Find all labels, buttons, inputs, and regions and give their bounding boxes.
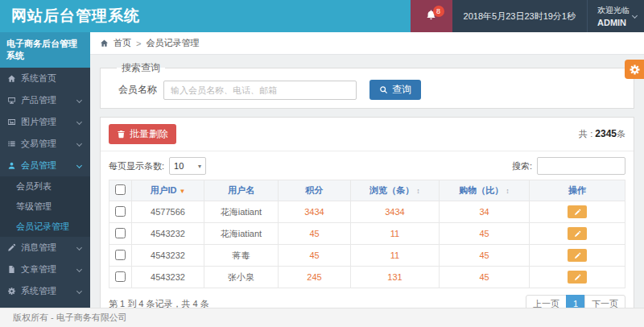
header-right: 8 2018年5月23日23时19分1秒 欢迎光临 ADMIN — [411, 0, 644, 32]
cell-shopping: 45 — [440, 267, 530, 288]
pencil-icon — [7, 243, 16, 252]
breadcrumb-separator: > — [136, 39, 141, 48]
chevron-down-icon — [632, 13, 638, 19]
cell-views: 131 — [351, 267, 440, 288]
chevron-down-icon — [76, 141, 82, 147]
list-icon — [7, 139, 16, 148]
sort-icon: ↕ — [506, 187, 510, 195]
total-value: 2345 — [595, 128, 617, 139]
table-search-input[interactable] — [537, 157, 625, 175]
gear-icon — [629, 64, 641, 76]
table-row: 4543232 张小泉 245 131 45 — [109, 267, 625, 288]
panel-toolbar: 批量删除 共 : 2345条 — [101, 118, 634, 151]
sidebar-item-products[interactable]: 产品管理 — [0, 89, 90, 111]
cell-username: 蒋毒 — [204, 245, 279, 267]
member-name-input[interactable] — [163, 81, 357, 100]
chevron-down-icon: ▾ — [198, 163, 201, 170]
sort-icon: ↕ — [416, 187, 420, 195]
column-header-points[interactable]: 积分 — [279, 180, 351, 201]
page-size-select[interactable]: 10 ▾ — [169, 157, 206, 175]
breadcrumb: 首页 > 会员记录管理 — [90, 32, 644, 55]
cell-shopping: 45 — [440, 223, 530, 245]
search-panel-title: 搜索查询 — [117, 61, 165, 75]
cell-views: 11 — [351, 223, 440, 245]
sidebar-item-system[interactable]: 系统管理 — [0, 280, 90, 302]
sidebar-subitem-member-records[interactable]: 会员记录管理 — [0, 217, 90, 237]
datetime-display: 2018年5月23日23时19分1秒 — [452, 0, 587, 32]
copyright-text: 版权所有 - 电子商务有限公司 — [13, 312, 127, 324]
edit-row-button[interactable] — [568, 227, 587, 240]
sort-desc-icon: ▼ — [180, 188, 186, 195]
members-submenu: 会员列表 等级管理 会员记录管理 — [0, 176, 90, 237]
page-1-button[interactable]: 1 — [566, 295, 585, 308]
pencil-icon — [574, 230, 581, 238]
cell-shopping: 45 — [440, 245, 530, 267]
chevron-down-icon — [76, 267, 82, 272]
cell-views: 11 — [351, 245, 440, 267]
column-header-shopping[interactable]: 购物（比）↕ — [440, 180, 530, 201]
sidebar-item-articles[interactable]: 文章管理 — [0, 259, 90, 280]
query-button[interactable]: 查询 — [369, 80, 421, 100]
column-header-user-id[interactable]: 用户ID▼ — [132, 180, 204, 201]
edit-row-button[interactable] — [568, 249, 587, 262]
pencil-icon — [574, 274, 581, 281]
sidebar-item-images[interactable]: 图片管理 — [0, 111, 90, 133]
batch-delete-button[interactable]: 批量删除 — [109, 124, 176, 144]
cell-user-id: 4543232 — [132, 223, 204, 245]
row-checkbox[interactable] — [115, 271, 126, 282]
cell-username: 花海iatiant — [204, 223, 279, 245]
cell-username: 张小泉 — [204, 267, 279, 288]
content: 搜索查询 会员名称 查询 批量删除 — [90, 55, 644, 308]
sidebar-item-messages[interactable]: 消息管理 — [0, 237, 90, 259]
main-area: 首页 > 会员记录管理 搜索查询 会员名称 查询 — [90, 32, 644, 308]
user-menu[interactable]: 欢迎光临 ADMIN — [587, 0, 644, 32]
prev-page-button[interactable]: 上一页 — [526, 295, 567, 308]
notification-badge: 8 — [433, 6, 444, 17]
top-header: 网站后台管理系统 8 2018年5月23日23时19分1秒 欢迎光临 ADMIN — [0, 0, 644, 32]
table-controls: 每页显示条数: 10 ▾ 搜索: — [101, 151, 634, 180]
pagination: 上一页 1 下一页 — [526, 295, 625, 308]
chevron-down-icon — [76, 97, 82, 103]
breadcrumb-home-link[interactable]: 首页 — [114, 37, 131, 49]
records-table: 用户ID▼ 用户名 积分 浏览（条）↕ 购物（比）↕ 操作 4 — [109, 180, 625, 288]
home-icon — [7, 74, 16, 83]
sidebar-subitem-level-management[interactable]: 等级管理 — [0, 197, 90, 217]
sidebar: 电子商务后台管理系统 系统首页 产品管理 图片管理 交易管理 — [0, 32, 90, 308]
row-checkbox[interactable] — [115, 228, 126, 238]
sidebar-item-home[interactable]: 系统首页 — [0, 68, 90, 89]
cell-username: 花海iatiant — [204, 201, 279, 223]
user-icon — [7, 161, 16, 170]
app-title: 网站后台管理系统 — [0, 6, 140, 27]
sidebar-item-members[interactable]: 会员管理 — [0, 155, 90, 176]
row-checkbox[interactable] — [115, 206, 126, 217]
table-search-label: 搜索: — [512, 160, 532, 172]
select-all-checkbox[interactable] — [115, 184, 126, 195]
image-icon — [7, 118, 16, 126]
edit-row-button[interactable] — [568, 205, 587, 218]
records-panel: 批量删除 共 : 2345条 每页显示条数: 10 ▾ — [100, 117, 634, 308]
sidebar-item-trades[interactable]: 交易管理 — [0, 133, 90, 155]
chevron-down-icon — [76, 288, 82, 294]
pencil-icon — [574, 252, 581, 259]
edit-row-button[interactable] — [568, 271, 587, 284]
records-info: 第 1 到 4 条记录，共 4 条 — [109, 298, 209, 308]
column-header-username[interactable]: 用户名 — [204, 180, 279, 201]
table-row: 4543232 花海iatiant 45 11 45 — [109, 223, 625, 245]
settings-gear-button[interactable] — [625, 60, 644, 79]
page: 网站后台管理系统 8 2018年5月23日23时19分1秒 欢迎光临 ADMIN… — [0, 0, 644, 327]
next-page-button[interactable]: 下一页 — [584, 295, 625, 308]
sidebar-brand: 电子商务后台管理系统 — [0, 32, 90, 68]
table-row: 4577566 花海iatiant 3434 3434 34 — [109, 201, 625, 223]
total-count: 共 : 2345条 — [579, 128, 625, 140]
column-header-views[interactable]: 浏览（条）↕ — [351, 180, 440, 201]
member-name-label: 会员名称 — [118, 83, 157, 97]
sidebar-item-admins[interactable]: 管理员管理 — [0, 302, 90, 308]
search-panel: 搜索查询 会员名称 查询 — [100, 61, 634, 109]
sidebar-subitem-member-list[interactable]: 会员列表 — [0, 176, 90, 197]
row-checkbox[interactable] — [115, 250, 126, 260]
trash-icon — [117, 130, 126, 139]
page-size-label: 每页显示条数: — [109, 160, 164, 172]
page-footer: 版权所有 - 电子商务有限公司 — [0, 308, 644, 327]
notification-button[interactable]: 8 — [411, 0, 452, 32]
welcome-text: 欢迎光临 — [597, 4, 630, 16]
